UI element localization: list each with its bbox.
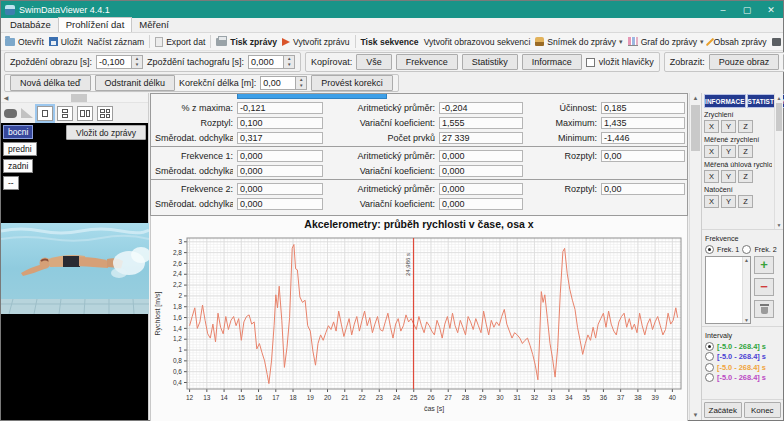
layout-two-columns-button[interactable] <box>77 106 93 121</box>
stat-value[interactable]: 0,000 <box>439 183 523 195</box>
scroll-up-arrow-icon[interactable]: ▲ <box>693 93 699 103</box>
spinner-arrows[interactable]: ▲▼ <box>296 76 307 90</box>
signals-scrollbar[interactable]: ▲ ▼ <box>774 93 783 229</box>
stat-value[interactable]: 0,000 <box>237 165 323 177</box>
insert-headers-checkbox[interactable] <box>586 58 595 67</box>
axis-z-button[interactable]: Z <box>738 120 753 133</box>
axis-z-button[interactable]: Z <box>738 145 753 158</box>
begin-button[interactable]: Začátek <box>704 402 742 418</box>
create-image-sequence-button[interactable]: Vytvořit obrazovou sekvenci <box>424 37 531 47</box>
copy-frequencies-button[interactable]: Frekvence <box>396 54 458 70</box>
listbox-scrollbar[interactable]: ▲▼ <box>742 257 750 323</box>
tacho-delay-spinner[interactable]: 0,000▲▼ <box>248 55 295 69</box>
scrollbar-thumb[interactable] <box>71 94 87 102</box>
image-delay-spinner[interactable]: -0,100▲▼ <box>96 55 143 69</box>
scrollbar-track[interactable] <box>775 102 783 220</box>
copy-statistics-button[interactable]: Statistiky <box>462 54 518 70</box>
minimize-button[interactable]: – <box>711 1 735 18</box>
stat-value[interactable]: 1,435 <box>601 117 685 129</box>
remove-length-button[interactable]: Odstranit délku <box>95 75 176 91</box>
layout-single-button[interactable] <box>37 106 53 121</box>
print-sequence-button[interactable]: Tisk sekvence <box>361 37 419 47</box>
selected-field[interactable] <box>237 93 387 99</box>
scrollbar-track[interactable] <box>11 94 148 102</box>
axis-z-button[interactable]: Z <box>738 195 753 208</box>
print-report-button[interactable]: Tisk zprávy <box>216 37 277 47</box>
add-button[interactable]: + <box>754 256 774 274</box>
interval-radio[interactable] <box>705 352 714 361</box>
scroll-left-arrow-icon[interactable]: ◀ <box>1 94 11 101</box>
frek2-radio[interactable] <box>742 245 751 254</box>
stat-value[interactable]: 0,000 <box>439 165 523 177</box>
correction-length-value[interactable]: 0,00 <box>260 76 296 90</box>
stat-value[interactable]: 0,317 <box>237 132 323 144</box>
open-button[interactable]: Otevřít <box>5 37 44 47</box>
view-bocni-button[interactable]: bocni <box>3 125 33 139</box>
axis-y-button[interactable]: Y <box>721 120 736 133</box>
delete-all-button[interactable] <box>754 300 774 318</box>
scroll-down-arrow-icon[interactable]: ▼ <box>744 317 749 323</box>
scroll-up-arrow-icon[interactable]: ▲ <box>777 93 782 102</box>
menu-mereni[interactable]: Měření <box>132 18 176 32</box>
spinner-arrows[interactable]: ▲▼ <box>132 55 143 69</box>
velocity-time-chart[interactable]: 1213141516171819202122232425262728293031… <box>151 233 689 419</box>
view-zadni-button[interactable]: zadni <box>3 159 33 173</box>
image-delay-value[interactable]: -0,100 <box>96 55 132 69</box>
stat-value[interactable]: 0,185 <box>601 102 685 114</box>
scrollbar-track[interactable] <box>690 103 701 410</box>
scroll-down-arrow-icon[interactable]: ▼ <box>777 220 782 229</box>
scrollbar-thumb[interactable] <box>691 105 700 151</box>
stat-value[interactable]: 0,00 <box>601 183 685 195</box>
video-view[interactable]: bocni predni zadni -- Vložit do zprávy <box>1 123 148 420</box>
tab-informace[interactable]: INFORMACE <box>704 94 746 108</box>
axis-y-button[interactable]: Y <box>721 145 736 158</box>
frequency-listbox[interactable]: ▲▼ <box>705 256 751 324</box>
interval-radio[interactable] <box>705 363 714 372</box>
stat-value[interactable]: 0,100 <box>237 117 323 129</box>
stat-value[interactable]: 0,000 <box>237 183 323 195</box>
blob-icon[interactable] <box>4 109 17 118</box>
axis-y-button[interactable]: Y <box>721 195 736 208</box>
export-data-button[interactable]: Export dat <box>155 37 205 47</box>
stat-value[interactable]: -0,121 <box>237 102 323 114</box>
stat-value[interactable]: -0,204 <box>439 102 523 114</box>
apply-correction-button[interactable]: Provést korekci <box>311 75 393 91</box>
menu-databaze[interactable]: Databáze <box>3 18 58 32</box>
layout-quad-button[interactable] <box>97 106 113 121</box>
copy-all-button[interactable]: Vše <box>356 54 392 70</box>
spinner-arrows[interactable]: ▲▼ <box>284 55 295 69</box>
menu-prohlizeni-dat[interactable]: Prohlížení dat <box>58 17 133 32</box>
end-button[interactable]: Konec <box>744 402 782 418</box>
layout-two-rows-button[interactable] <box>57 106 73 121</box>
interval-radio[interactable] <box>705 342 714 351</box>
scroll-down-arrow-icon[interactable]: ▼ <box>693 410 699 420</box>
axis-z-button[interactable]: Z <box>738 170 753 183</box>
save-button[interactable]: Uložit <box>49 37 83 47</box>
stat-value[interactable]: 0,00 <box>601 150 685 162</box>
main-vertical-scrollbar[interactable]: ▲ ▼ <box>689 93 701 420</box>
axis-x-button[interactable]: X <box>704 145 719 158</box>
insert-to-report-button[interactable]: Vložit do zprávy <box>66 125 146 140</box>
view-none-button[interactable]: -- <box>3 176 19 190</box>
scrollbar-thumb[interactable] <box>776 103 782 131</box>
tacho-delay-value[interactable]: 0,000 <box>248 55 284 69</box>
stat-value[interactable]: 0,000 <box>439 150 523 162</box>
axis-x-button[interactable]: X <box>704 195 719 208</box>
maximize-button[interactable]: ▢ <box>735 1 759 18</box>
new-length-button[interactable]: Nová délka teď <box>10 75 91 91</box>
graph-to-report-button[interactable]: Graf do zprávy▾ <box>628 37 704 47</box>
window-snapshot-button[interactable]: Snímek okna <box>772 37 783 47</box>
stat-value[interactable]: 1,555 <box>439 117 523 129</box>
create-report-button[interactable]: Vytvořit zprávu <box>282 37 350 47</box>
stat-value[interactable]: 27 339 <box>439 132 523 144</box>
scroll-up-arrow-icon[interactable]: ▲ <box>744 257 749 263</box>
axis-x-button[interactable]: X <box>704 120 719 133</box>
stat-value[interactable]: 0,000 <box>237 150 323 162</box>
close-button[interactable]: ✕ <box>759 1 783 18</box>
snapshot-to-report-button[interactable]: Snímek do zprávy▾ <box>535 37 622 47</box>
view-predni-button[interactable]: predni <box>3 142 37 156</box>
stat-value[interactable]: 0,000 <box>237 198 323 210</box>
axis-x-button[interactable]: X <box>704 170 719 183</box>
slope-icon[interactable] <box>21 108 33 118</box>
correction-length-spinner[interactable]: 0,00▲▼ <box>260 76 307 90</box>
